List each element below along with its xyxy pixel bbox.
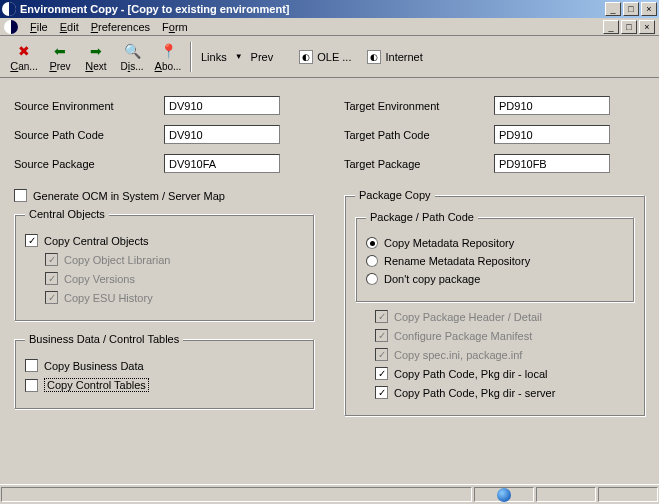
- radio-icon: [366, 255, 378, 267]
- internet-button[interactable]: ◐Internet: [367, 50, 422, 64]
- package-copy-legend: Package Copy: [355, 189, 435, 201]
- internet-icon: ◐: [367, 50, 381, 64]
- window-title: Environment Copy - [Copy to existing env…: [20, 3, 605, 15]
- rename-metadata-radio[interactable]: Rename Metadata Repository: [366, 255, 623, 267]
- display-icon: 🔍: [114, 42, 150, 60]
- checkbox-icon: ✓: [25, 234, 38, 247]
- checkbox-icon: ✓: [45, 291, 58, 304]
- checkbox-icon: ✓: [45, 272, 58, 285]
- package-path-code-group: Package / Path Code Copy Metadata Reposi…: [355, 211, 634, 302]
- checkbox-icon: [14, 189, 27, 202]
- status-globe: [474, 487, 534, 502]
- target-pkg-input[interactable]: [494, 154, 610, 173]
- cancel-button[interactable]: ✖CCan...an...: [6, 42, 42, 72]
- central-objects-legend: Central Objects: [25, 208, 109, 220]
- copy-object-librarian-checkbox: ✓Copy Object Librarian: [45, 253, 303, 266]
- toolbar: ✖CCan...an... ⬅Prev ➡Next 🔍Dis... 📍Abo..…: [0, 36, 659, 78]
- package-path-code-legend: Package / Path Code: [366, 211, 478, 223]
- mdi-close-button[interactable]: ×: [639, 20, 655, 34]
- prev-arrow-icon: ⬅: [42, 42, 78, 60]
- next-button[interactable]: ➡Next: [78, 42, 114, 72]
- copy-business-data-checkbox[interactable]: Copy Business Data: [25, 359, 303, 372]
- mdi-restore-button[interactable]: □: [621, 20, 637, 34]
- target-path-input[interactable]: [494, 125, 610, 144]
- checkbox-icon: [25, 379, 38, 392]
- ole-icon: ◐: [299, 50, 313, 64]
- form-area: Source Environment Source Path Code Sour…: [0, 78, 659, 438]
- radio-icon: [366, 273, 378, 285]
- checkbox-icon: ✓: [375, 367, 388, 380]
- radio-icon: [366, 237, 378, 249]
- status-cell-3: [598, 487, 658, 502]
- copy-control-tables-checkbox[interactable]: Copy Control Tables: [25, 378, 303, 392]
- mdi-icon: [4, 20, 18, 34]
- status-bar: [0, 484, 659, 504]
- target-pkg-label: Target Package: [344, 158, 494, 170]
- checkbox-icon: ✓: [375, 348, 388, 361]
- business-data-group: Business Data / Control Tables Copy Busi…: [14, 333, 314, 409]
- source-env-label: Source Environment: [14, 100, 164, 112]
- window-controls: _ □ ×: [605, 2, 657, 16]
- app-icon: [2, 2, 16, 16]
- source-pkg-input[interactable]: [164, 154, 280, 173]
- close-button[interactable]: ×: [641, 2, 657, 16]
- prev-link[interactable]: Prev: [251, 51, 274, 63]
- copy-central-checkbox[interactable]: ✓Copy Central Objects: [25, 234, 303, 247]
- central-objects-group: Central Objects ✓Copy Central Objects ✓C…: [14, 208, 314, 321]
- next-arrow-icon: ➡: [78, 42, 114, 60]
- cancel-icon: ✖: [6, 42, 42, 60]
- generate-ocm-checkbox[interactable]: Generate OCM in System / Server Map: [14, 189, 314, 202]
- links-dropdown-icon[interactable]: ▼: [235, 52, 243, 61]
- checkbox-icon: ✓: [375, 386, 388, 399]
- menu-bar: File Edit Preferences Form _ □ ×: [0, 18, 659, 36]
- menu-form[interactable]: Form: [156, 21, 194, 33]
- status-message: [1, 487, 472, 502]
- target-env-input[interactable]: [494, 96, 610, 115]
- prev-button[interactable]: ⬅Prev: [42, 42, 78, 72]
- ole-button[interactable]: ◐OLE ...: [299, 50, 351, 64]
- target-env-label: Target Environment: [344, 100, 494, 112]
- copy-versions-checkbox: ✓Copy Versions: [45, 272, 303, 285]
- copy-metadata-radio[interactable]: Copy Metadata Repository: [366, 237, 623, 249]
- links-label: Links: [201, 51, 227, 63]
- source-path-input[interactable]: [164, 125, 280, 144]
- display-button[interactable]: 🔍Dis...: [114, 42, 150, 72]
- package-copy-group: Package Copy Package / Path Code Copy Me…: [344, 189, 645, 416]
- source-pkg-label: Source Package: [14, 158, 164, 170]
- menu-edit[interactable]: Edit: [54, 21, 85, 33]
- maximize-button[interactable]: □: [623, 2, 639, 16]
- copy-path-server-checkbox[interactable]: ✓Copy Path Code, Pkg dir - server: [375, 386, 634, 399]
- checkbox-icon: [25, 359, 38, 372]
- checkbox-icon: ✓: [375, 310, 388, 323]
- toolbar-separator: [190, 42, 191, 72]
- business-data-legend: Business Data / Control Tables: [25, 333, 183, 345]
- minimize-button[interactable]: _: [605, 2, 621, 16]
- checkbox-icon: ✓: [375, 329, 388, 342]
- mdi-minimize-button[interactable]: _: [603, 20, 619, 34]
- about-button[interactable]: 📍Abo...: [150, 42, 186, 72]
- checkbox-icon: ✓: [45, 253, 58, 266]
- copy-path-local-checkbox[interactable]: ✓Copy Path Code, Pkg dir - local: [375, 367, 634, 380]
- target-path-label: Target Path Code: [344, 129, 494, 141]
- globe-icon: [497, 488, 511, 502]
- source-path-label: Source Path Code: [14, 129, 164, 141]
- source-env-input[interactable]: [164, 96, 280, 115]
- copy-esu-checkbox: ✓Copy ESU History: [45, 291, 303, 304]
- configure-manifest-checkbox: ✓Configure Package Manifest: [375, 329, 634, 342]
- copy-spec-ini-checkbox: ✓Copy spec.ini, package.inf: [375, 348, 634, 361]
- status-cell-2: [536, 487, 596, 502]
- menu-preferences[interactable]: Preferences: [85, 21, 156, 33]
- title-bar: Environment Copy - [Copy to existing env…: [0, 0, 659, 18]
- copy-pkg-header-checkbox: ✓Copy Package Header / Detail: [375, 310, 634, 323]
- menu-file[interactable]: File: [24, 21, 54, 33]
- dont-copy-radio[interactable]: Don't copy package: [366, 273, 623, 285]
- about-icon: 📍: [150, 42, 186, 60]
